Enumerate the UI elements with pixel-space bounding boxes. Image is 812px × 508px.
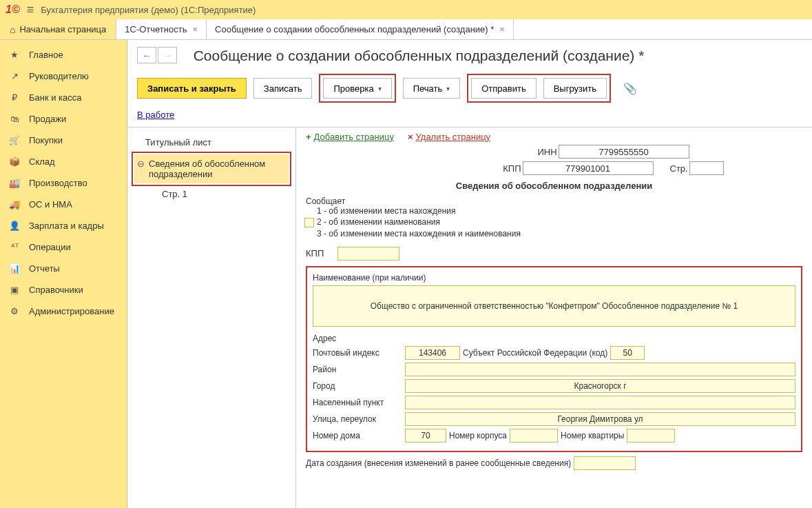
tab-document[interactable]: Сообщение о создании обособленных подраз… [207,19,514,39]
tab-home[interactable]: ⌂ Начальная страница [0,19,116,39]
kpp2-field[interactable] [337,247,399,261]
raion-field[interactable] [405,363,795,376]
kpp2-label: КПП [306,248,324,258]
inn-field[interactable]: 7799555550 [559,145,689,159]
sidebar-icon: 🛍 [8,114,21,124]
collapse-icon[interactable]: ⊖ [137,159,145,179]
kpp-field[interactable]: 779901001 [523,161,654,175]
name-field[interactable]: Общество с ограниченной ответственностью… [313,285,795,327]
sidebar: ★Главное↗Руководителю₽Банк и касса🛍Прода… [0,40,127,508]
sidebar-label: Банк и касса [29,92,82,103]
date-field[interactable] [574,456,636,470]
str-label: Стр. [670,163,688,174]
sidebar-item-4[interactable]: 🛒Покупки [0,130,127,151]
sidebar-item-10[interactable]: 📊Отчеты [0,258,127,279]
tab-reports[interactable]: 1С-Отчетность × [116,19,207,39]
nas-field[interactable] [405,396,795,409]
tabs-row: ⌂ Начальная страница 1С-Отчетность × Соо… [0,19,812,40]
add-page-link[interactable]: Добавить страницу [306,132,394,142]
choice-2: 2 - об изменении наименования [317,217,440,227]
close-icon[interactable]: × [192,24,198,34]
attachment-icon[interactable]: 📎 [618,82,643,95]
app-title: Бухгалтерия предприятия (демо) (1С:Предп… [41,5,256,15]
sidebar-icon: 👤 [8,221,21,231]
form: Добавить страницу Удалить страницу ИНН 7… [296,128,812,508]
city-field[interactable]: Красногорск г [405,379,795,393]
inn-label: ИНН [537,147,556,157]
save-close-button[interactable]: Записать и закрыть [137,78,247,99]
status-link[interactable]: В работе [137,110,174,120]
house-label: Номер дома [313,431,402,440]
tree-title[interactable]: Титульный лист [132,134,291,150]
name-label: Наименование (при наличии) [313,273,795,283]
sidebar-item-9[interactable]: ᴬᵀОперации [0,236,127,258]
post-label: Почтовый индекс [313,348,402,358]
sidebar-icon: ⚙ [8,306,21,316]
tab-reports-label: 1С-Отчетность [125,24,187,34]
tree-page[interactable]: Стр. 1 [132,186,291,202]
export-button[interactable]: Выгрузить [543,78,607,99]
sidebar-item-1[interactable]: ↗Руководителю [0,65,127,87]
check-button[interactable]: Проверка▾ [323,78,391,99]
str-field[interactable] [689,161,724,175]
sidebar-label: Руководителю [29,71,89,81]
sidebar-label: Покупки [29,135,63,145]
sidebar-label: Склад [29,156,55,167]
sidebar-item-6[interactable]: 🏭Производство [0,172,127,194]
sidebar-label: Отчеты [29,263,60,274]
sidebar-icon: ↗ [8,71,21,81]
sidebar-item-3[interactable]: 🛍Продажи [0,108,127,130]
subj-field[interactable]: 50 [610,346,645,360]
delete-page-link[interactable]: Удалить страницу [408,132,490,142]
content: ← → Сообщение о создании обособленных по… [127,40,812,508]
house-field[interactable]: 70 [405,429,446,443]
sidebar-icon: 🚚 [8,199,21,210]
chevron-down-icon: ▾ [378,85,382,92]
sidebar-icon: ᴬᵀ [8,242,21,252]
sidebar-icon: 📦 [8,156,21,167]
tree-item-selected[interactable]: ⊖ Сведения об обособленном подразделении [134,154,289,183]
page-title: Сообщение о создании обособленных подраз… [194,48,645,63]
sidebar-item-0[interactable]: ★Главное [0,44,127,65]
send-button[interactable]: Отправить [471,78,536,99]
close-icon[interactable]: × [499,24,505,34]
sidebar-label: ОС и НМА [29,199,72,210]
tree-item-label: Сведения об обособленном подразделении [149,159,284,179]
date-label: Дата создания (внесения изменений в ране… [306,458,571,468]
sidebar-item-5[interactable]: 📦Склад [0,151,127,172]
logo-1c: 1© [6,3,20,16]
sidebar-item-2[interactable]: ₽Банк и касса [0,87,127,108]
sidebar-item-8[interactable]: 👤Зарплата и кадры [0,215,127,236]
raion-label: Район [313,365,402,374]
city-label: Город [313,381,402,391]
choice-field[interactable] [304,218,314,227]
sidebar-icon: 🛒 [8,135,21,145]
flat-label: Номер квартиры [561,431,624,440]
chevron-down-icon: ▾ [446,85,450,92]
menu-icon[interactable]: ≡ [27,3,34,17]
save-button[interactable]: Записать [253,78,313,99]
forward-button[interactable]: → [158,47,177,63]
sidebar-item-12[interactable]: ⚙Администрирование [0,301,127,322]
highlighted-section: Наименование (при наличии) Общество с ог… [306,266,802,452]
korp-field[interactable] [510,429,558,443]
addr-label: Адрес [313,334,795,343]
sidebar-item-7[interactable]: 🚚ОС и НМА [0,194,127,215]
sidebar-label: Операции [29,242,71,252]
tab-home-label: Начальная страница [19,24,106,34]
print-button[interactable]: Печать▾ [403,78,461,99]
sidebar-label: Продажи [29,114,66,124]
kpp-label: КПП [503,163,521,174]
sidebar-label: Главное [29,50,63,60]
sidebar-icon: 🏭 [8,178,21,188]
back-button[interactable]: ← [137,47,156,63]
street-field[interactable]: Георгия Димитрова ул [405,412,795,426]
sidebar-item-11[interactable]: ▣Справочники [0,279,127,301]
sidebar-label: Зарплата и кадры [29,221,104,231]
home-icon: ⌂ [10,24,15,35]
post-field[interactable]: 143406 [405,346,460,360]
tab-document-label: Сообщение о создании обособленных подраз… [215,24,494,34]
flat-field[interactable] [627,429,675,443]
sidebar-icon: ▣ [8,285,21,295]
street-label: Улица, переулок [313,414,402,424]
